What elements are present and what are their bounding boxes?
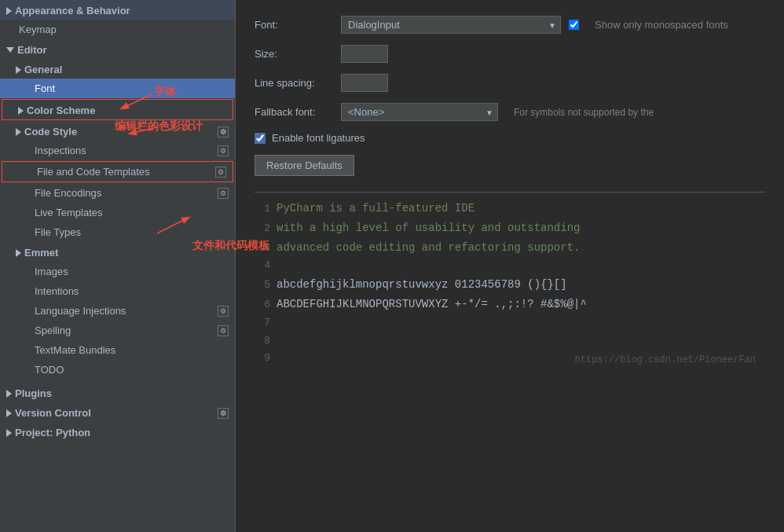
line-number: 3 [255, 240, 277, 257]
sidebar-item-language-injections[interactable]: Language Injections ⚙ [0, 301, 235, 321]
sidebar-label: General [24, 64, 62, 75]
expand-icon [16, 128, 21, 136]
size-row: Size: 16 [255, 45, 765, 63]
line-spacing-input[interactable]: 1.2 [341, 74, 388, 92]
settings-icon: ⚙ [218, 145, 229, 156]
sidebar-label: File Encodings [35, 187, 101, 199]
size-label: Size: [255, 48, 333, 60]
font-select-wrapper[interactable]: DialogInput [341, 16, 561, 34]
expand-icon [6, 409, 12, 417]
sidebar-label: Inspections [35, 145, 86, 156]
enable-ligatures-row: Enable font ligatures [255, 132, 765, 144]
fallback-font-select[interactable]: <None> [341, 103, 498, 121]
sidebar-item-inspections[interactable]: Inspections ⚙ [0, 141, 235, 160]
show-monospaced-row: Show only monospaced fonts [569, 19, 728, 31]
preview-text: advanced code editing and refactoring su… [277, 239, 580, 256]
show-monospaced-checkbox[interactable] [569, 20, 579, 30]
watermark-text: https://blog.csdn.net/PioneerFan [575, 353, 756, 368]
sidebar-label: File Types [35, 226, 81, 238]
sidebar-label: Color Scheme [27, 105, 95, 116]
sidebar-item-file-encodings[interactable]: File Encodings ⚙ [0, 183, 235, 203]
fallback-font-row: Fallback font: <None> For symbols not su… [255, 103, 765, 121]
sidebar-label: Appearance & Behavior [15, 5, 130, 17]
line-number: 2 [255, 221, 277, 237]
sidebar-item-font[interactable]: Font [0, 79, 235, 98]
sidebar-item-todo[interactable]: TODO [0, 360, 235, 380]
restore-defaults-button[interactable]: Restore Defaults [255, 155, 354, 176]
line-number: 4 [255, 258, 277, 274]
font-preview-area: 1 PyCharm is a full-featured IDE 2 with … [255, 192, 765, 374]
line-number: 7 [255, 315, 277, 332]
sidebar-item-images[interactable]: Images [0, 262, 235, 281]
expand-icon [16, 66, 21, 74]
preview-line-5: 5 abcdefghijklmnopqrstuvwxyz 0123456789 … [255, 275, 765, 295]
sidebar-item-file-types[interactable]: File Types [0, 222, 235, 242]
preview-text: ABCDEFGHIJKLMNOPQRSTUVWXYZ +-*/= .,;:!? … [277, 295, 587, 313]
font-select[interactable]: DialogInput [341, 16, 561, 34]
sidebar-label: Editor [17, 44, 47, 56]
sidebar-item-file-code-templates[interactable]: File and Code Templates ⚙ [2, 161, 233, 182]
sidebar-label: TextMate Bundles [35, 344, 115, 356]
line-spacing-label: Line spacing: [255, 77, 333, 89]
sidebar-item-general[interactable]: General [0, 59, 235, 79]
fallback-note: For symbols not supported by the [514, 107, 654, 118]
settings-sidebar[interactable]: Appearance & Behavior Keymap Editor Gene… [0, 0, 236, 532]
line-number: 9 [255, 350, 277, 367]
sidebar-label: Intentions [35, 285, 79, 297]
fallback-font-select-wrapper[interactable]: <None> [341, 103, 498, 121]
sidebar-item-plugins[interactable]: Plugins [0, 383, 235, 402]
sidebar-label: File and Code Templates [37, 166, 150, 178]
expand-icon [6, 390, 12, 398]
settings-icon: ⚙ [215, 167, 226, 178]
sidebar-item-project-python[interactable]: Project: Python [0, 422, 235, 442]
size-input[interactable]: 16 [341, 45, 388, 63]
expand-icon [6, 47, 14, 53]
sidebar-item-spelling[interactable]: Spelling ⚙ [0, 321, 235, 340]
sidebar-item-intentions[interactable]: Intentions [0, 281, 235, 301]
preview-text: abcdefghijklmnopqrstuvwxyz 0123456789 ()… [277, 276, 567, 293]
fallback-font-label: Fallback font: [255, 106, 333, 118]
preview-line-1: 1 PyCharm is a full-featured IDE [255, 199, 765, 218]
line-number: 5 [255, 277, 277, 294]
sidebar-label: Code Style [24, 126, 77, 138]
sidebar-item-live-templates[interactable]: Live Templates [0, 203, 235, 222]
settings-icon: ⚙ [218, 325, 229, 336]
preview-line-8: 8 [255, 332, 765, 350]
preview-line-2: 2 with a high level of usability and out… [255, 218, 765, 238]
expand-icon [18, 107, 24, 115]
sidebar-label: Emmet [24, 247, 58, 259]
settings-icon: ⚙ [218, 408, 229, 419]
expand-icon [6, 429, 12, 437]
sidebar-item-editor[interactable]: Editor [0, 39, 235, 59]
sidebar-label: Live Templates [35, 207, 102, 218]
enable-ligatures-checkbox[interactable] [255, 133, 266, 144]
show-monospaced-label: Show only monospaced fonts [595, 19, 728, 31]
settings-icon: ⚙ [218, 306, 229, 317]
font-label: Font: [255, 19, 333, 31]
sidebar-label: Version Control [15, 407, 91, 419]
settings-main-panel: Font: DialogInput Show only monospaced f… [236, 0, 784, 532]
sidebar-label: Keymap [19, 24, 57, 35]
sidebar-label: Plugins [15, 387, 52, 399]
sidebar-label: Font [35, 83, 55, 94]
sidebar-label: Images [35, 266, 68, 277]
font-row: Font: DialogInput Show only monospaced f… [255, 16, 765, 34]
enable-ligatures-label: Enable font ligatures [272, 132, 365, 144]
sidebar-label: TODO [35, 364, 64, 376]
preview-line-7: 7 [255, 314, 765, 332]
line-number: 1 [255, 201, 277, 218]
preview-line-3: 3 advanced code editing and refactoring … [255, 238, 765, 258]
expand-icon [6, 7, 12, 15]
sidebar-item-textmate-bundles[interactable]: TextMate Bundles [0, 340, 235, 360]
line-number: 6 [255, 297, 277, 314]
sidebar-item-emmet[interactable]: Emmet [0, 242, 235, 262]
sidebar-label: Project: Python [15, 427, 90, 438]
sidebar-label: Spelling [35, 325, 71, 336]
sidebar-item-color-scheme[interactable]: Color Scheme [2, 99, 233, 120]
sidebar-item-code-style[interactable]: Code Style ⚙ [0, 121, 235, 141]
expand-icon [16, 249, 21, 257]
sidebar-label: Language Injections [35, 305, 126, 317]
sidebar-item-keymap[interactable]: Keymap [0, 20, 235, 39]
sidebar-item-version-control[interactable]: Version Control ⚙ [0, 402, 235, 422]
sidebar-item-appearance[interactable]: Appearance & Behavior [0, 0, 235, 20]
